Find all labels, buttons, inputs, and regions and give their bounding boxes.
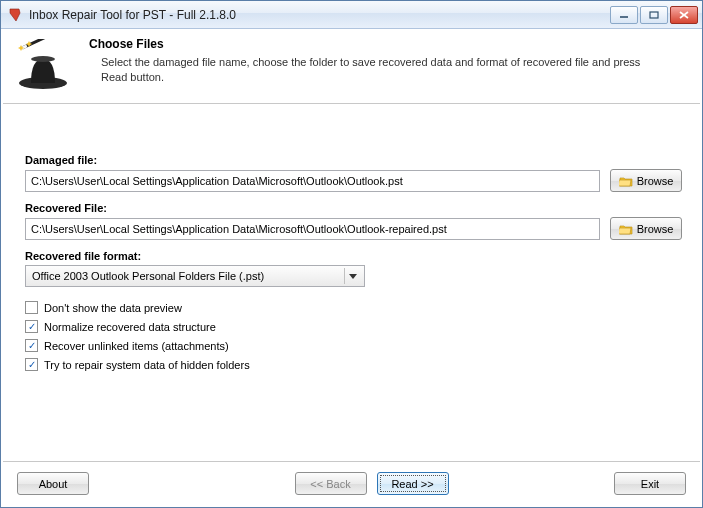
format-label: Recovered file format: bbox=[25, 250, 682, 262]
format-dropdown[interactable]: Office 2003 Outlook Personal Folders Fil… bbox=[25, 265, 365, 287]
client-area: Choose Files Select the damaged file nam… bbox=[1, 29, 702, 507]
about-button[interactable]: About bbox=[17, 472, 89, 495]
wizard-hat-icon bbox=[11, 37, 75, 93]
checkbox-unlinked[interactable]: ✓ Recover unlinked items (attachments) bbox=[25, 339, 682, 352]
back-label: << Back bbox=[310, 478, 350, 490]
page-subtitle: Select the damaged file name, choose the… bbox=[89, 55, 649, 85]
app-icon bbox=[7, 7, 23, 23]
checkbox-system[interactable]: ✓ Try to repair system data of hidden fo… bbox=[25, 358, 682, 371]
app-window: Inbox Repair Tool for PST - Full 2.1.8.0 bbox=[0, 0, 703, 508]
recovered-browse-button[interactable]: Browse bbox=[610, 217, 682, 240]
format-block: Recovered file format: Office 2003 Outlo… bbox=[25, 250, 682, 287]
folder-icon bbox=[619, 175, 633, 187]
window-controls bbox=[610, 6, 698, 24]
page-title: Choose Files bbox=[89, 37, 649, 51]
damaged-file-input[interactable] bbox=[25, 170, 600, 192]
checkbox-normalize[interactable]: ✓ Normalize recovered data structure bbox=[25, 320, 682, 333]
exit-label: Exit bbox=[641, 478, 659, 490]
damaged-file-block: Damaged file: Browse bbox=[25, 154, 682, 192]
checkbox-label: Recover unlinked items (attachments) bbox=[44, 340, 229, 352]
browse-label: Browse bbox=[637, 175, 674, 187]
options-block: Don't show the data preview ✓ Normalize … bbox=[25, 301, 682, 371]
back-button[interactable]: << Back bbox=[295, 472, 367, 495]
wizard-header: Choose Files Select the damaged file nam… bbox=[3, 31, 700, 104]
browse-label: Browse bbox=[637, 223, 674, 235]
recovered-file-input[interactable] bbox=[25, 218, 600, 240]
titlebar: Inbox Repair Tool for PST - Full 2.1.8.0 bbox=[1, 1, 702, 29]
minimize-button[interactable] bbox=[610, 6, 638, 24]
about-label: About bbox=[39, 478, 68, 490]
close-button[interactable] bbox=[670, 6, 698, 24]
format-selected: Office 2003 Outlook Personal Folders Fil… bbox=[32, 270, 264, 282]
checkbox-icon bbox=[25, 301, 38, 314]
damaged-browse-button[interactable]: Browse bbox=[610, 169, 682, 192]
content-area: Damaged file: Browse Recovered File: bbox=[3, 104, 700, 461]
checkbox-preview[interactable]: Don't show the data preview bbox=[25, 301, 682, 314]
footer: About << Back Read >> Exit bbox=[3, 461, 700, 507]
read-button[interactable]: Read >> bbox=[377, 472, 449, 495]
recovered-file-label: Recovered File: bbox=[25, 202, 682, 214]
checkbox-label: Don't show the data preview bbox=[44, 302, 182, 314]
svg-rect-1 bbox=[650, 12, 658, 18]
svg-point-5 bbox=[31, 56, 55, 62]
chevron-down-icon bbox=[344, 268, 360, 284]
checkbox-icon: ✓ bbox=[25, 339, 38, 352]
checkbox-icon: ✓ bbox=[25, 358, 38, 371]
checkbox-label: Try to repair system data of hidden fold… bbox=[44, 359, 250, 371]
exit-button[interactable]: Exit bbox=[614, 472, 686, 495]
read-label: Read >> bbox=[391, 478, 433, 490]
window-title: Inbox Repair Tool for PST - Full 2.1.8.0 bbox=[29, 8, 610, 22]
maximize-button[interactable] bbox=[640, 6, 668, 24]
checkbox-icon: ✓ bbox=[25, 320, 38, 333]
damaged-file-label: Damaged file: bbox=[25, 154, 682, 166]
header-text: Choose Files Select the damaged file nam… bbox=[89, 37, 649, 93]
checkbox-label: Normalize recovered data structure bbox=[44, 321, 216, 333]
recovered-file-block: Recovered File: Browse bbox=[25, 202, 682, 240]
folder-icon bbox=[619, 223, 633, 235]
